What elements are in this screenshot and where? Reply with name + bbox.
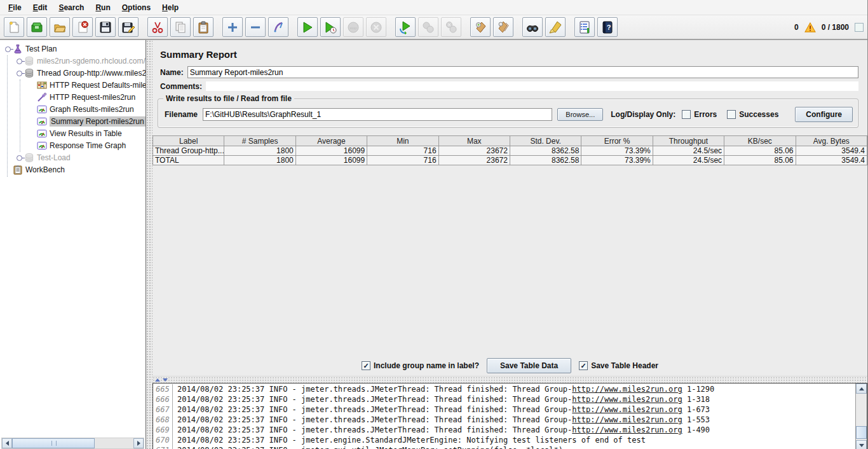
right-column: Summary Report Name: Comments: Write res…	[153, 40, 867, 449]
templates-button[interactable]	[27, 17, 47, 37]
menu-help[interactable]: Help	[156, 2, 184, 13]
test-plan-tree-panel: Test Planmiles2run-sgdemo.rhcloud.com/Th…	[0, 40, 146, 449]
table-row: Thread Group-http...18001609971623672836…	[153, 146, 867, 156]
save-table-header-wrap: ✓ Save Table Header	[579, 361, 658, 370]
tree-expand-handle[interactable]	[15, 69, 24, 78]
split-pane-divider[interactable]	[146, 40, 153, 449]
clear-all-icon	[496, 20, 510, 34]
scroll-up-button[interactable]	[856, 383, 867, 394]
log-vertical-scrollbar[interactable]	[855, 383, 867, 449]
tree-item-miles2run-sgdemo-rhcloud-com[interactable]: miles2run-sgdemo.rhcloud.com/	[0, 55, 146, 67]
comments-input[interactable]	[206, 81, 858, 91]
error-count: 0	[794, 23, 799, 32]
thread-group-icon	[24, 56, 34, 66]
tree-item-http-request-defaults-miles2[interactable]: HTTP Request Defaults-miles2	[0, 79, 146, 91]
warning-icon[interactable]	[804, 22, 816, 32]
remote-shutdown-all-button[interactable]	[441, 17, 461, 37]
tree-expand-handle[interactable]	[4, 45, 13, 53]
log-line-number: 665	[153, 384, 173, 394]
toggle-button[interactable]	[268, 17, 288, 37]
save-table-header-checkbox[interactable]: ✓	[579, 361, 588, 370]
remote-start-all-button[interactable]	[395, 17, 416, 37]
tree-item-test-load[interactable]: Test-Load	[0, 151, 146, 163]
collapse-down-icon[interactable]	[163, 378, 168, 382]
help-button[interactable]: ?	[597, 17, 618, 37]
paste-button[interactable]	[193, 17, 214, 37]
menu-edit[interactable]: Edit	[27, 2, 53, 13]
tree-item-label: miles2run-sgdemo.rhcloud.com/	[37, 57, 146, 66]
cut-button[interactable]	[147, 17, 168, 37]
scroll-left-button[interactable]	[2, 438, 12, 448]
copy-button[interactable]	[170, 17, 191, 37]
collapse-all-button[interactable]	[245, 17, 266, 37]
scrollbar-track[interactable]	[95, 438, 133, 448]
tree-item-response-time-graph[interactable]: Response Time Graph	[0, 139, 146, 151]
shutdown-button[interactable]	[366, 17, 386, 37]
scroll-down-button[interactable]	[856, 440, 867, 449]
thread-group-icon	[24, 68, 34, 78]
log-line-number: 670	[153, 435, 173, 445]
start-no-pauses-button[interactable]	[320, 17, 341, 37]
remote-stop-all-button[interactable]	[418, 17, 438, 37]
successes-checkbox[interactable]	[727, 110, 736, 119]
save-button[interactable]	[95, 17, 116, 37]
save-as-icon	[121, 20, 135, 34]
include-group-name-wrap: ✓ Include group name in label?	[362, 361, 479, 370]
listener-icon	[37, 104, 47, 114]
scrollbar-thumb[interactable]	[12, 438, 95, 448]
configure-button[interactable]: Configure	[795, 107, 853, 122]
start-button[interactable]	[297, 17, 318, 37]
tree-item-thread-group-http-www-miles2[interactable]: Thread Group-http://www.miles2	[0, 67, 146, 79]
browse-button[interactable]: Browse...	[557, 108, 603, 121]
tree-expand-handle[interactable]	[15, 57, 24, 66]
new-file-button[interactable]	[4, 17, 24, 37]
table-cell: 24.5/sec	[653, 156, 724, 165]
table-cell: 85.06	[724, 146, 796, 156]
save-table-data-button[interactable]: Save Table Data	[487, 358, 571, 373]
arrow-left-icon	[6, 441, 9, 446]
search-button[interactable]	[522, 17, 543, 37]
filename-input[interactable]	[203, 108, 552, 121]
errors-checkbox[interactable]	[682, 110, 691, 119]
save-as-button[interactable]	[118, 17, 139, 37]
close-file-button[interactable]	[72, 17, 93, 37]
tree-item-workbench[interactable]: WorkBench	[0, 163, 146, 176]
menu-options[interactable]: Options	[116, 2, 156, 13]
menu-search[interactable]: Search	[53, 2, 90, 13]
tree-item-http-request-miles2run[interactable]: HTTP Request-miles2run	[0, 91, 146, 103]
stop-button[interactable]: stop	[343, 17, 363, 37]
tree-item-view-results-in-table[interactable]: View Results in Table	[0, 127, 146, 139]
listener-icon	[37, 116, 47, 127]
name-input[interactable]	[187, 66, 858, 78]
save-table-header-label: Save Table Header	[591, 361, 658, 370]
column-header-std-dev: Std. Dev.	[510, 136, 581, 146]
tree-expand-handle[interactable]	[15, 153, 24, 162]
scroll-right-button[interactable]	[133, 438, 144, 448]
menu-run[interactable]: Run	[90, 2, 116, 13]
include-group-name-label: Include group name in label?	[374, 361, 479, 370]
save-icon	[98, 20, 112, 34]
menu-file[interactable]: File	[3, 2, 27, 13]
table-row: TOTAL180016099716236728362.5873.39%24.5/…	[153, 156, 867, 165]
log-split-divider[interactable]	[153, 376, 867, 383]
tree-item-summary-report-miles2run[interactable]: Summary Report-miles2run	[0, 115, 146, 127]
log-line: 6682014/08/02 23:25:37 INFO - jmeter.thr…	[153, 415, 855, 425]
include-group-name-checkbox[interactable]: ✓	[362, 361, 370, 370]
summary-table-header: Label# SamplesAverageMinMaxStd. Dev.Erro…	[153, 136, 867, 146]
scrollbar-track[interactable]	[856, 394, 867, 440]
clear-all-button[interactable]	[493, 17, 513, 37]
table-cell: 16099	[295, 156, 367, 165]
log-line-text: 2014/08/02 23:25:37 INFO - jmeter.thread…	[177, 415, 710, 425]
expand-up-icon[interactable]	[155, 378, 160, 382]
expand-all-button[interactable]	[222, 17, 243, 37]
search-reset-button[interactable]	[545, 17, 566, 37]
function-helper-button[interactable]	[574, 17, 595, 37]
scrollbar-thumb[interactable]	[856, 426, 867, 439]
tree-item-test-plan[interactable]: Test Plan	[0, 43, 146, 55]
clear-button[interactable]	[470, 17, 491, 37]
tree-horizontal-scrollbar[interactable]	[1, 438, 144, 449]
tree-item-graph-results-miles2run[interactable]: Graph Results-miles2run	[0, 103, 146, 115]
open-file-button[interactable]	[50, 17, 70, 37]
table-cell: 8362.58	[510, 146, 581, 156]
arrow-right-icon	[137, 441, 140, 446]
